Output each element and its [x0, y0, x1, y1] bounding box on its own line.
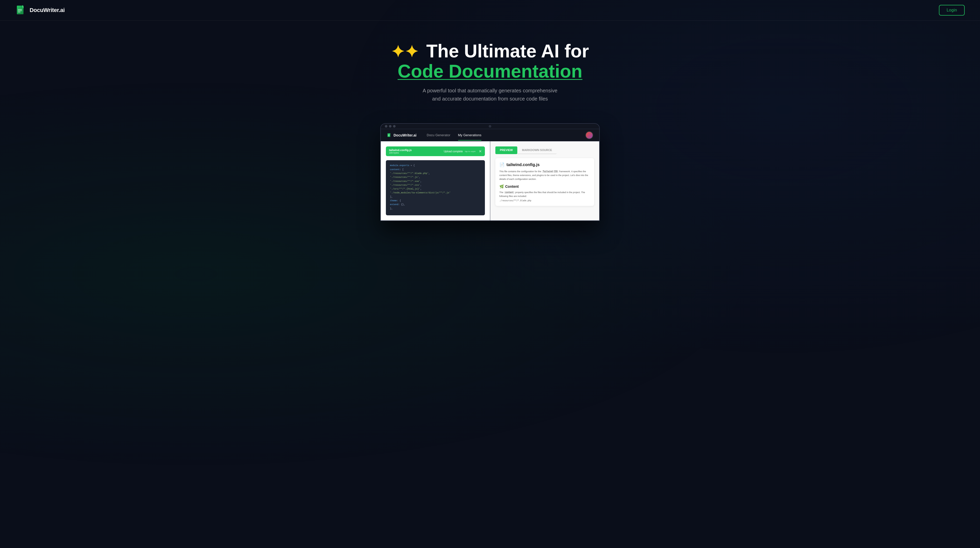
- header: DocuWriter.ai Login: [0, 0, 980, 21]
- code-block: module.exports = { content: [ './resourc…: [386, 160, 485, 215]
- preview-section-text: The content property specifies the files…: [500, 191, 590, 198]
- svg-rect-6: [388, 135, 390, 135]
- file-upload-info: tailwind.config.js 189 bytes: [389, 148, 412, 154]
- laptop-container: DocuWriter.ai Docu Generator My Generati…: [0, 118, 980, 221]
- file-name: tailwind.config.js: [389, 148, 412, 151]
- preview-tab-markdown[interactable]: MARKDOWN SOURCE: [517, 146, 557, 154]
- laptop-dots: [385, 125, 396, 127]
- code-line-2: content: [: [390, 168, 481, 172]
- hero-title-line1: The Ultimate AI for: [426, 41, 589, 61]
- hero-title-line2: Code Documentation: [10, 61, 970, 81]
- app-content: tailwind.config.js 189 bytes Upload comp…: [381, 141, 599, 221]
- login-button[interactable]: Login: [939, 5, 965, 16]
- code-line-10: theme: {: [390, 199, 481, 203]
- svg-rect-2: [18, 9, 22, 10]
- hero-subtitle: A powerful tool that automatically gener…: [418, 86, 562, 103]
- preview-tabs: PREVIEW MARKDOWN SOURCE: [495, 146, 594, 154]
- tailwind-inline: Tailwind CSS: [542, 170, 558, 173]
- upload-status: Upload complete: [444, 150, 463, 153]
- user-avatar[interactable]: [585, 131, 593, 139]
- code-line-12: },: [390, 207, 481, 211]
- app-nav-logo-text: DocuWriter.ai: [393, 133, 417, 137]
- app-nav-logo: DocuWriter.ai: [387, 133, 417, 138]
- preview-tab-preview[interactable]: PREVIEW: [495, 146, 517, 154]
- svg-rect-3: [18, 11, 22, 11]
- laptop-dot-1: [385, 125, 387, 127]
- svg-rect-4: [18, 12, 21, 12]
- preview-file-name: tailwind.config.js: [507, 162, 540, 167]
- hero-section: ✦✦ The Ultimate AI for Code Documentatio…: [0, 21, 980, 118]
- laptop-camera: [489, 125, 491, 127]
- code-line-4: './resources/**/*.js',: [390, 176, 481, 179]
- upload-close-icon[interactable]: ✕: [479, 149, 482, 153]
- logo-container: DocuWriter.ai: [15, 5, 65, 16]
- logo-text: DocuWriter.ai: [30, 7, 65, 14]
- code-line-6: './resources/**/*.css',: [390, 183, 481, 187]
- preview-description: This file contains the configuration for…: [500, 170, 590, 181]
- laptop-top-bar: [381, 124, 599, 129]
- code-line-8: './node_modules/tw-elements/dist/js/**/*…: [390, 191, 481, 195]
- left-panel: tailwind.config.js 189 bytes Upload comp…: [381, 141, 490, 221]
- laptop-dot-2: [389, 125, 391, 127]
- content-inline: content: [504, 191, 515, 194]
- code-line-3: './resources/**/*.blade.php',: [390, 172, 481, 176]
- nav-item-docu-generator[interactable]: Docu Generator: [427, 130, 450, 141]
- code-line-11: extend: {},: [390, 203, 481, 206]
- preview-section-title: 🌿 Content: [500, 184, 590, 189]
- svg-rect-8: [388, 136, 389, 136]
- upload-status-sub: tap to unpin: [465, 150, 476, 152]
- section-icon: 🌿: [500, 184, 504, 189]
- file-size: 189 bytes: [389, 151, 412, 154]
- code-line-7: './src/**/*.{html,js}',: [390, 187, 481, 191]
- app-chrome: DocuWriter.ai Docu Generator My Generati…: [381, 129, 599, 221]
- laptop-frame: DocuWriter.ai Docu Generator My Generati…: [380, 123, 600, 221]
- section-name: Content: [505, 184, 519, 189]
- laptop-dot-3: [393, 125, 396, 127]
- preview-file-icon: 📄: [500, 162, 504, 167]
- hero-title: ✦✦ The Ultimate AI for Code Documentatio…: [10, 41, 970, 81]
- nav-item-my-generations[interactable]: My Generations: [458, 130, 482, 141]
- app-nav: DocuWriter.ai Docu Generator My Generati…: [381, 129, 599, 141]
- preview-content: 📄 tailwind.config.js This file contains …: [495, 158, 594, 206]
- preview-file-path: ./resources/**/*.blade.php: [500, 200, 590, 202]
- preview-filename: 📄 tailwind.config.js: [500, 162, 590, 167]
- code-line-9: ],: [390, 195, 481, 199]
- sparkle-icon: ✦✦: [391, 43, 418, 61]
- logo-icon: [15, 5, 27, 16]
- file-upload-bar: tailwind.config.js 189 bytes Upload comp…: [386, 146, 485, 156]
- right-panel: PREVIEW MARKDOWN SOURCE 📄 tailwind.confi…: [490, 141, 600, 221]
- code-line-5: './resources/**/*.vue',: [390, 179, 481, 183]
- code-line-1: module.exports = {: [390, 164, 481, 168]
